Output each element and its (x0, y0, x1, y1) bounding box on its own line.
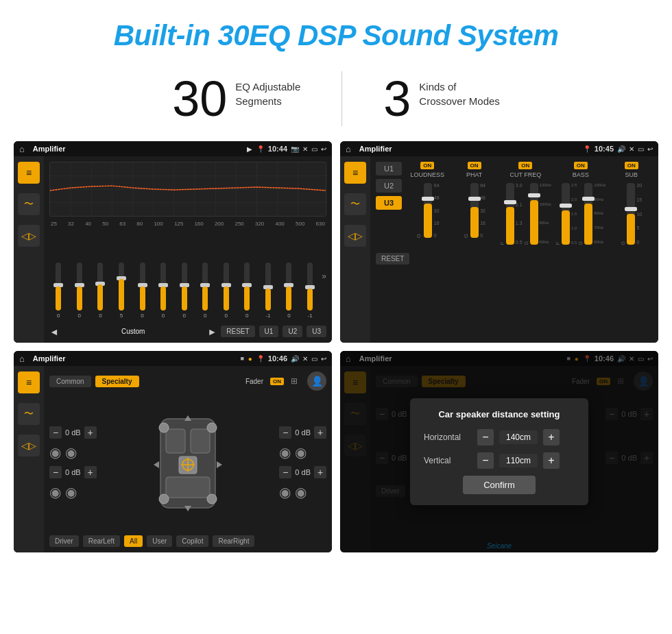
screen3-app-name: Amplifier (33, 354, 237, 363)
screen-distance: ⌂ Amplifier ■ ● 📍 10:46 🔊 ✕ ▭ ↩ ≡ 〜 ◁▷ (340, 351, 658, 552)
all-btn[interactable]: All (124, 535, 143, 547)
next-button[interactable]: ► (207, 326, 217, 337)
loudness-slider[interactable] (424, 183, 432, 238)
copilot-btn[interactable]: Copilot (176, 535, 208, 547)
rearleft-btn[interactable]: RearLeft (83, 535, 120, 547)
wave-icon-2[interactable]: 〜 (344, 193, 366, 215)
eq-icon[interactable]: ≡ (18, 162, 40, 184)
eq-icon-2[interactable]: ≡ (344, 162, 366, 184)
u3-btn[interactable]: U3 (376, 196, 402, 210)
window-icon-2[interactable]: ▭ (638, 145, 644, 153)
svg-marker-25 (154, 461, 159, 468)
screen-amp: ⌂ Amplifier 📍 10:45 🔊 ✕ ▭ ↩ ≡ 〜 ◁▷ U1 (340, 141, 658, 343)
cutfreq-on-badge: ON (518, 162, 532, 169)
u3-button[interactable]: U3 (307, 326, 326, 337)
vol-icon-2[interactable]: ◁▷ (344, 225, 366, 247)
plus-btn-rt[interactable]: + (314, 426, 326, 439)
phat-slider[interactable] (470, 183, 479, 238)
common-tab[interactable]: Common (49, 376, 91, 387)
screen1-status-icons: 📍 10:44 📷 ✕ ▭ ↩ (256, 145, 326, 153)
minus-btn-lb[interactable]: − (49, 466, 62, 478)
minus-btn-rt[interactable]: − (279, 426, 291, 439)
bass-g-slider[interactable] (584, 183, 592, 245)
reset-button[interactable]: RESET (221, 326, 254, 337)
vertical-minus-btn[interactable]: − (477, 452, 494, 469)
screen2-status-bar: ⌂ Amplifier 📍 10:45 🔊 ✕ ▭ ↩ (340, 141, 658, 156)
back-icon-3[interactable]: ↩ (321, 355, 326, 363)
cutfreq-slider[interactable] (506, 183, 514, 245)
cutfreq-label: CUT FREQ (509, 171, 541, 178)
more-icon[interactable]: » (322, 271, 326, 281)
screen3-time: 10:46 (268, 354, 287, 363)
u2-btn[interactable]: U2 (376, 179, 402, 193)
plus-btn-rb[interactable]: + (314, 466, 326, 478)
confirm-button[interactable]: Confirm (463, 476, 536, 494)
eq-slider-12: 0 (280, 263, 298, 319)
db-row-right-bottom: − 0 dB + (279, 466, 326, 478)
phat-label: PHAT (466, 171, 482, 178)
speaker-main: Common Specialty Fader ON ⊞ 👤 − 0 dB + (44, 366, 332, 552)
stat-eq: 30 EQ Adjustable Segments (131, 74, 341, 123)
back-icon[interactable]: ↩ (321, 145, 326, 153)
window-icon[interactable]: ▭ (311, 145, 317, 153)
eq-icon-3[interactable]: ≡ (18, 371, 40, 393)
home-icon[interactable]: ⌂ (19, 144, 25, 154)
eq-slider-3: 0 (91, 263, 110, 319)
home-icon-2[interactable]: ⌂ (346, 144, 351, 154)
bass-slider[interactable] (562, 183, 570, 245)
location-icon: 📍 (256, 145, 265, 153)
cutfreq-section: ON CUT FREQ F 3.02.11.30.5 (500, 162, 551, 245)
eq-slider-4: 5 (112, 263, 131, 319)
wave-icon-3[interactable]: 〜 (18, 403, 40, 425)
volume-icon-2[interactable]: 🔊 (617, 145, 625, 153)
specialty-tab[interactable]: Specialty (95, 376, 139, 387)
speaker-icon-left-top: ◉ (49, 444, 61, 461)
bass-label: BASS (573, 171, 589, 178)
u1-button[interactable]: U1 (259, 326, 279, 337)
screen3-body: ≡ 〜 ◁▷ Common Specialty Fader ON ⊞ 👤 − (14, 366, 332, 552)
horizontal-minus-btn[interactable]: − (477, 429, 494, 446)
vertical-plus-btn[interactable]: + (543, 452, 560, 469)
window-icon-3[interactable]: ▭ (311, 355, 317, 363)
vol-icon[interactable]: ◁▷ (18, 225, 40, 247)
wave-icon[interactable]: 〜 (18, 193, 40, 215)
plus-btn-lt[interactable]: + (84, 426, 97, 439)
close-icon-3[interactable]: ✕ (302, 355, 308, 363)
driver-btn[interactable]: Driver (49, 535, 79, 547)
sub-slider[interactable] (627, 183, 635, 245)
u1-btn[interactable]: U1 (376, 162, 402, 175)
screen-speaker: ⌂ Amplifier ■ ● 📍 10:46 🔊 ✕ ▭ ↩ ≡ 〜 ◁▷ C… (14, 351, 332, 552)
minus-btn-rb[interactable]: − (279, 466, 291, 478)
svg-point-29 (159, 494, 169, 504)
rearright-btn[interactable]: RearRight (213, 535, 254, 547)
svg-marker-24 (184, 506, 191, 511)
play-icon[interactable]: ▶ (247, 145, 252, 153)
home-icon-3[interactable]: ⌂ (19, 354, 25, 364)
horizontal-plus-btn[interactable]: + (543, 429, 560, 446)
svg-rect-18 (166, 477, 210, 498)
user-btn[interactable]: User (147, 535, 172, 547)
horizontal-value: 140cm (499, 430, 538, 444)
plus-btn-lb[interactable]: + (84, 466, 97, 478)
eq-slider-10: 0 (238, 263, 256, 319)
back-icon-2[interactable]: ↩ (647, 145, 653, 153)
amp-reset-button[interactable]: RESET (376, 253, 409, 265)
close-icon[interactable]: ✕ (302, 145, 308, 153)
db-row-right-top: − 0 dB + (279, 426, 326, 439)
prev-button[interactable]: ◄ (49, 326, 59, 337)
screen1-status-bar: ⌂ Amplifier ▶ 📍 10:44 📷 ✕ ▭ ↩ (14, 141, 332, 156)
sub-on-badge: ON (625, 162, 638, 169)
vertical-value: 110cm (499, 454, 538, 467)
stat-crossover-number: 3 (383, 74, 411, 123)
vol-icon-3[interactable]: ◁▷ (18, 435, 40, 456)
close-icon-2[interactable]: ✕ (629, 145, 634, 153)
u2-button[interactable]: U2 (283, 326, 302, 337)
eq-slider-2: 0 (71, 263, 89, 319)
cutfreq-g-slider[interactable] (530, 183, 538, 245)
screen3-status-bar: ⌂ Amplifier ■ ● 📍 10:46 🔊 ✕ ▭ ↩ (14, 351, 332, 366)
volume-icon-3[interactable]: 🔊 (291, 355, 299, 363)
db-value-lt: 0 dB (65, 428, 81, 437)
amp-top-row: U1 U2 U3 ON LOUDNESS G (376, 162, 653, 245)
minus-btn-lt[interactable]: − (49, 426, 62, 439)
eq-slider-5: 0 (133, 263, 152, 319)
